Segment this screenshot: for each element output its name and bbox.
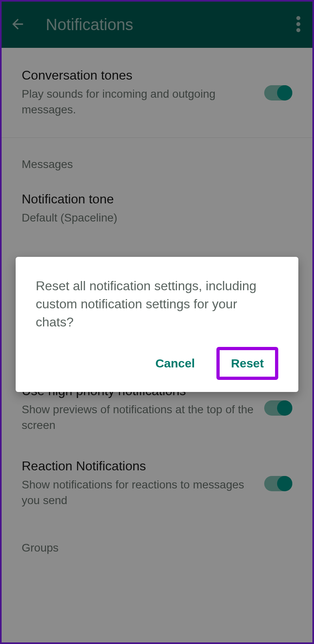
dialog-buttons: Cancel Reset bbox=[36, 347, 278, 380]
cancel-button[interactable]: Cancel bbox=[146, 350, 204, 377]
reset-highlight: Reset bbox=[216, 347, 278, 380]
dialog-message: Reset all notification settings, includi… bbox=[36, 277, 278, 331]
reset-dialog: Reset all notification settings, includi… bbox=[16, 257, 298, 392]
reset-button[interactable]: Reset bbox=[226, 353, 269, 373]
